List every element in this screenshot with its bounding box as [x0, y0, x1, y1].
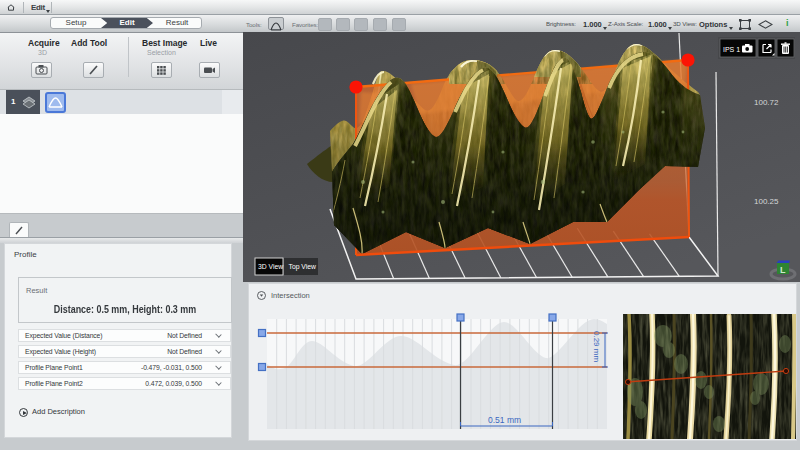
svg-text:0.29 mm: 0.29 mm	[592, 331, 601, 362]
svg-text:100.72: 100.72	[754, 98, 779, 107]
svg-text:3D View: 3D View	[258, 263, 283, 270]
svg-text:0.51 mm: 0.51 mm	[488, 415, 521, 425]
svg-text:L: L	[780, 265, 786, 275]
svg-text:100.25: 100.25	[754, 197, 779, 206]
svg-text:Top View: Top View	[289, 263, 317, 271]
svg-text:IPS 1: IPS 1	[723, 46, 740, 53]
